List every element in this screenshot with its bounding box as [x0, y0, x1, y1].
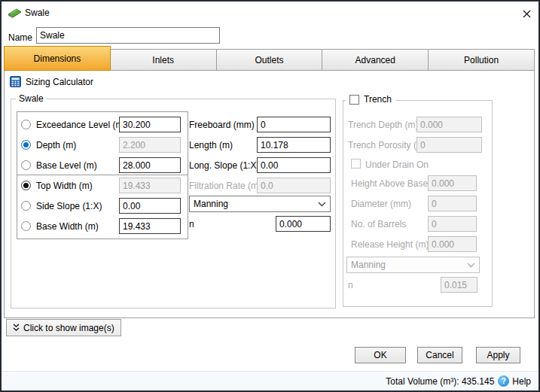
- name-label: Name: [8, 32, 32, 43]
- trench-legend: Trench: [346, 94, 395, 105]
- roughness-method-select[interactable]: Manning: [189, 196, 331, 212]
- trench-depth-input: [416, 117, 482, 132]
- barrels-row: No. of Barrels: [343, 216, 492, 232]
- tab-label: Outlets: [255, 55, 283, 65]
- chevron-down-icon: [318, 202, 326, 207]
- trench-porosity-row: Trench Porosity (%): [343, 137, 492, 153]
- chevron-down-icon: [467, 263, 475, 268]
- base-width-label[interactable]: Base Width (m): [36, 221, 99, 232]
- trench-roughness-method-select: Manning: [346, 257, 480, 273]
- trench-roughness-method-value: Manning: [351, 260, 386, 270]
- trench-porosity-label: Trench Porosity (%): [348, 140, 428, 150]
- long-slope-row: Long. Slope (1:X): [11, 157, 335, 174]
- sizing-calculator-label: Sizing Calculator: [26, 77, 93, 87]
- cancel-label: Cancel: [426, 350, 453, 360]
- diameter-input: [428, 196, 477, 211]
- barrels-label: No. of Barrels: [351, 219, 406, 229]
- sizing-calculator-header: Sizing Calculator: [10, 76, 93, 87]
- help-button[interactable]: ? Help: [498, 375, 531, 387]
- swale-groupbox-legend: Swale: [16, 93, 47, 104]
- swale-dialog: Swale Name Dimensions Inlets Outlets Adv…: [0, 0, 540, 392]
- trench-depth-label: Trench Depth (m): [348, 120, 419, 130]
- swale-icon: [8, 8, 22, 18]
- double-chevron-down-icon: [13, 324, 20, 332]
- release-height-row: Release Height (m): [343, 236, 492, 253]
- ok-label: OK: [374, 350, 386, 360]
- tab-advanced[interactable]: Advanced: [322, 49, 429, 71]
- long-slope-input[interactable]: [257, 157, 331, 173]
- tab-label: Inlets: [152, 55, 174, 65]
- tab-label: Pollution: [464, 55, 499, 65]
- base-width-radio[interactable]: [21, 221, 31, 231]
- window-title: Swale: [25, 8, 50, 18]
- barrels-input: [428, 216, 477, 232]
- tab-strip: Dimensions Inlets Outlets Advanced Pollu…: [4, 46, 535, 71]
- under-drain-row: Under Drain On: [343, 157, 492, 171]
- tab-label: Advanced: [355, 55, 395, 65]
- side-slope-input[interactable]: [119, 198, 181, 214]
- side-slope-radio[interactable]: [21, 201, 31, 211]
- trench-checkbox[interactable]: [349, 95, 359, 105]
- tab-label: Dimensions: [34, 53, 81, 64]
- calculator-icon: [10, 76, 21, 87]
- under-drain-label: Under Drain On: [365, 160, 429, 170]
- total-volume-text: Total Volume (m³): 435.145: [386, 376, 494, 387]
- trench-porosity-input: [416, 137, 482, 153]
- trench-n-input: [441, 277, 477, 293]
- close-icon: [523, 10, 531, 18]
- length-input[interactable]: [257, 137, 331, 153]
- base-width-input[interactable]: [119, 218, 181, 234]
- freeboard-label: Freeboard (mm): [189, 120, 255, 130]
- side-slope-label[interactable]: Side Slope (1:X): [36, 201, 102, 211]
- release-height-label: Release Height (m): [351, 239, 429, 250]
- n-input[interactable]: [276, 216, 331, 232]
- length-label: Length (m): [189, 140, 233, 150]
- show-images-button[interactable]: Click to show image(s): [6, 319, 121, 336]
- trench-n-label: n: [348, 280, 353, 290]
- ok-button[interactable]: OK: [355, 347, 406, 363]
- help-label: Help: [512, 376, 531, 387]
- cancel-button[interactable]: Cancel: [417, 347, 462, 363]
- trench-label[interactable]: Trench: [364, 94, 392, 105]
- tab-outlets[interactable]: Outlets: [216, 49, 323, 71]
- show-images-label: Click to show image(s): [23, 323, 114, 333]
- swale-groupbox: Swale Exceedance Level (m) Depth (m) Bas…: [11, 99, 336, 308]
- diameter-row: Diameter (mm): [343, 196, 492, 212]
- height-above-base-input: [428, 175, 477, 191]
- roughness-method-value: Manning: [194, 199, 228, 209]
- help-icon: ?: [498, 375, 509, 387]
- under-drain-checkbox: [351, 159, 361, 169]
- trench-depth-row: Trench Depth (m): [343, 117, 492, 133]
- release-height-input: [428, 236, 477, 252]
- height-above-base-row: Height Above Base (m): [343, 175, 492, 192]
- close-button[interactable]: [520, 7, 533, 20]
- apply-button[interactable]: Apply: [476, 347, 520, 363]
- filtration-rate-input: [257, 178, 331, 193]
- freeboard-input[interactable]: [257, 117, 331, 132]
- name-input[interactable]: [36, 27, 220, 44]
- apply-label: Apply: [487, 350, 509, 360]
- freeboard-row: Freeboard (mm): [11, 117, 335, 133]
- tab-dimensions[interactable]: Dimensions: [4, 46, 111, 71]
- trench-groupbox: Trench Trench Depth (m) Trench Porosity …: [343, 100, 493, 307]
- filtration-rate-row: Filtration Rate (m/hr): [11, 178, 335, 194]
- status-bar: Total Volume (m³): 435.145 ? Help: [2, 371, 538, 390]
- diameter-label: Diameter (mm): [351, 199, 411, 209]
- title-bar: Swale: [2, 2, 538, 24]
- n-label: n: [189, 219, 194, 229]
- long-slope-label: Long. Slope (1:X): [189, 160, 259, 171]
- tab-inlets[interactable]: Inlets: [110, 49, 217, 71]
- length-row: Length (m): [11, 137, 335, 153]
- dimensions-tab-panel: Sizing Calculator Swale Exceedance Level…: [4, 70, 535, 318]
- tab-pollution[interactable]: Pollution: [428, 49, 535, 71]
